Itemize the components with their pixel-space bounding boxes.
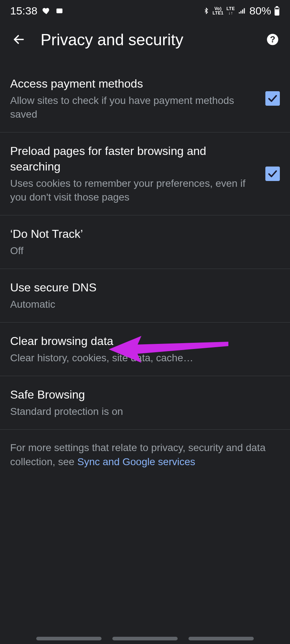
svg-rect-0 xyxy=(57,9,63,13)
svg-rect-1 xyxy=(239,12,240,14)
setting-title: Preload pages for faster browsing and se… xyxy=(10,143,257,174)
help-button[interactable]: ? xyxy=(265,33,280,47)
svg-rect-4 xyxy=(244,8,245,14)
setting-do-not-track[interactable]: ‘Do Not Track’ Off xyxy=(0,215,290,269)
checkbox-preload[interactable] xyxy=(265,167,280,181)
svg-rect-2 xyxy=(240,11,241,13)
setting-subtitle: Off xyxy=(10,244,271,258)
setting-title: Clear browsing data xyxy=(10,333,271,349)
status-time: 15:38 xyxy=(10,5,37,17)
setting-subtitle: Uses cookies to remember your preference… xyxy=(10,177,257,204)
setting-subtitle: Allow sites to check if you have payment… xyxy=(10,94,257,121)
page-title: Privacy and security xyxy=(41,31,252,49)
setting-preload-pages[interactable]: Preload pages for faster browsing and se… xyxy=(0,132,290,215)
nav-pill[interactable] xyxy=(188,637,254,640)
status-left: 15:38 xyxy=(10,5,63,17)
setting-safe-browsing[interactable]: Safe Browsing Standard protection is on xyxy=(0,376,290,430)
footer-note: For more settings that relate to privacy… xyxy=(0,430,290,480)
lte-data-indicator: LTE↓↑ xyxy=(227,7,235,15)
help-icon: ? xyxy=(266,33,279,47)
status-right: Vo)LTE1 LTE↓↑ 80% xyxy=(203,5,280,17)
gesture-nav-bar xyxy=(0,637,290,640)
app-bar: Privacy and security ? xyxy=(0,22,290,58)
setting-text: Access payment methods Allow sites to ch… xyxy=(10,76,265,121)
setting-text: Safe Browsing Standard protection is on xyxy=(10,387,280,418)
svg-rect-7 xyxy=(275,8,279,9)
setting-title: Use secure DNS xyxy=(10,280,271,295)
sync-services-link[interactable]: Sync and Google services xyxy=(77,456,195,467)
svg-rect-3 xyxy=(242,9,243,13)
setting-subtitle: Clear history, cookies, site data, cache… xyxy=(10,351,271,365)
check-icon xyxy=(267,168,278,179)
battery-icon xyxy=(274,6,280,16)
card-icon xyxy=(55,7,63,15)
setting-subtitle: Automatic xyxy=(10,298,271,311)
setting-text: Preload pages for faster browsing and se… xyxy=(10,143,265,204)
setting-title: ‘Do Not Track’ xyxy=(10,226,271,242)
nav-pill[interactable] xyxy=(36,637,102,640)
signal-icon xyxy=(238,7,246,15)
setting-subtitle: Standard protection is on xyxy=(10,405,271,418)
setting-title: Access payment methods xyxy=(10,76,257,92)
status-bar: 15:38 Vo)LTE1 LTE↓↑ 80% xyxy=(0,0,290,22)
heart-icon xyxy=(42,7,51,15)
check-icon xyxy=(267,93,278,104)
battery-percent: 80% xyxy=(249,5,271,17)
nav-pill[interactable] xyxy=(112,637,178,640)
setting-access-payment-methods[interactable]: Access payment methods Allow sites to ch… xyxy=(0,58,290,132)
setting-text: ‘Do Not Track’ Off xyxy=(10,226,280,258)
setting-secure-dns[interactable]: Use secure DNS Automatic xyxy=(0,269,290,323)
checkbox-access-payment[interactable] xyxy=(265,91,280,106)
back-button[interactable] xyxy=(10,31,28,49)
settings-list: Access payment methods Allow sites to ch… xyxy=(0,58,290,480)
setting-text: Use secure DNS Automatic xyxy=(10,280,280,311)
svg-text:?: ? xyxy=(270,34,276,44)
lte-indicator: Vo)LTE1 xyxy=(212,7,223,15)
setting-text: Clear browsing data Clear history, cooki… xyxy=(10,333,280,365)
bluetooth-icon xyxy=(203,6,210,16)
svg-rect-6 xyxy=(276,6,278,7)
setting-title: Safe Browsing xyxy=(10,387,271,403)
setting-clear-browsing-data[interactable]: Clear browsing data Clear history, cooki… xyxy=(0,323,290,376)
arrow-left-icon xyxy=(12,33,25,47)
